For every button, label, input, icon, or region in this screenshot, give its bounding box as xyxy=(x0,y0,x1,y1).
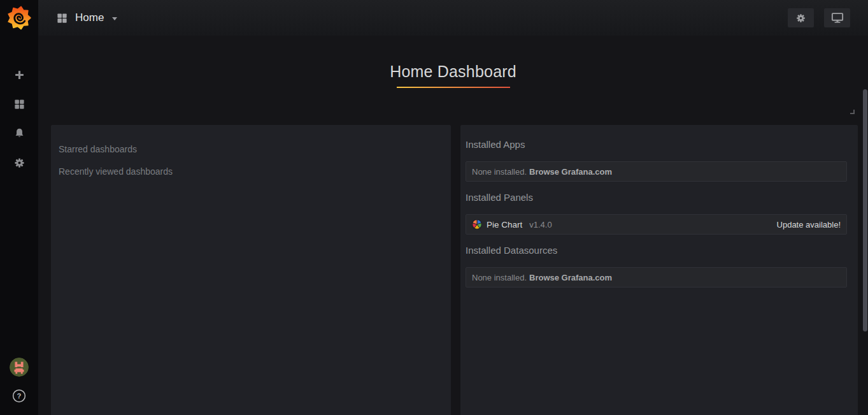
plugin-version: v1.4.0 xyxy=(529,220,551,229)
sidebar-item-help[interactable]: ? xyxy=(0,387,38,405)
plugin-list-panel: Installed Apps None installed. Browse Gr… xyxy=(460,125,858,415)
dashboard-list-panel: Starred dashboards Recently viewed dashb… xyxy=(51,125,451,415)
monitor-icon xyxy=(831,12,844,24)
plugin-update-link[interactable]: Update available! xyxy=(777,220,841,229)
dashboard-picker[interactable]: Home xyxy=(56,11,117,24)
page-title: Home Dashboard xyxy=(38,36,868,81)
current-dashboard-label: Home xyxy=(75,11,104,24)
plugin-name[interactable]: Pie Chart xyxy=(487,220,522,229)
gear-icon xyxy=(795,13,806,24)
panels-row: Starred dashboards Recently viewed dashb… xyxy=(51,125,858,415)
navbar: Home xyxy=(38,0,868,36)
cycle-view-mode-button[interactable] xyxy=(824,8,850,27)
sidebar-item-configuration[interactable] xyxy=(0,148,38,177)
sidebar-bottom: ? xyxy=(0,358,38,405)
plugin-row-pie-chart[interactable]: Pie Chart v1.4.0 Update available! xyxy=(466,214,847,235)
dashboard-canvas: Home Dashboard Starred dashboards Recent… xyxy=(38,36,868,415)
sidebar-item-alerting[interactable] xyxy=(0,119,38,148)
installed-datasources-empty-box: None installed. Browse Grafana.com xyxy=(466,267,847,288)
help-icon: ? xyxy=(11,388,27,404)
installed-datasources-heading: Installed Datasources xyxy=(466,245,847,256)
home-dashboard-header-panel: Home Dashboard xyxy=(38,36,868,125)
panel-resize-handle[interactable] xyxy=(850,110,855,114)
sidebar-item-dashboards[interactable] xyxy=(0,89,38,119)
grafana-logo-icon xyxy=(7,6,31,30)
dashboards-grid-icon xyxy=(13,98,25,110)
apps-empty-text: None installed. xyxy=(472,167,527,177)
gear-icon xyxy=(13,157,25,169)
sidebar: ? xyxy=(0,0,38,415)
scrollbar-thumb[interactable] xyxy=(863,89,867,331)
sidebar-menu xyxy=(0,60,38,177)
pie-chart-icon xyxy=(472,219,482,229)
grafana-logo[interactable] xyxy=(0,0,38,36)
datasources-empty-text: None installed. xyxy=(472,273,527,282)
plus-icon xyxy=(14,69,25,80)
sidebar-item-create[interactable] xyxy=(0,60,38,89)
dashboard-settings-button[interactable] xyxy=(788,8,814,27)
dashboards-grid-icon xyxy=(56,12,68,24)
title-underline xyxy=(397,87,510,88)
recently-viewed-dashboards-label[interactable]: Recently viewed dashboards xyxy=(59,166,443,177)
chevron-down-icon xyxy=(112,17,117,20)
svg-text:?: ? xyxy=(17,392,22,400)
avatar[interactable] xyxy=(10,358,29,377)
navbar-actions xyxy=(788,8,850,27)
starred-dashboards-label[interactable]: Starred dashboards xyxy=(59,144,443,154)
installed-panels-heading: Installed Panels xyxy=(466,192,847,203)
installed-apps-empty-box: None installed. Browse Grafana.com xyxy=(466,161,847,182)
datasources-browse-grafana-link[interactable]: Browse Grafana.com xyxy=(529,273,612,282)
avatar-image xyxy=(10,358,29,377)
installed-apps-heading: Installed Apps xyxy=(466,139,847,150)
bell-icon xyxy=(13,127,25,140)
apps-browse-grafana-link[interactable]: Browse Grafana.com xyxy=(529,167,612,177)
